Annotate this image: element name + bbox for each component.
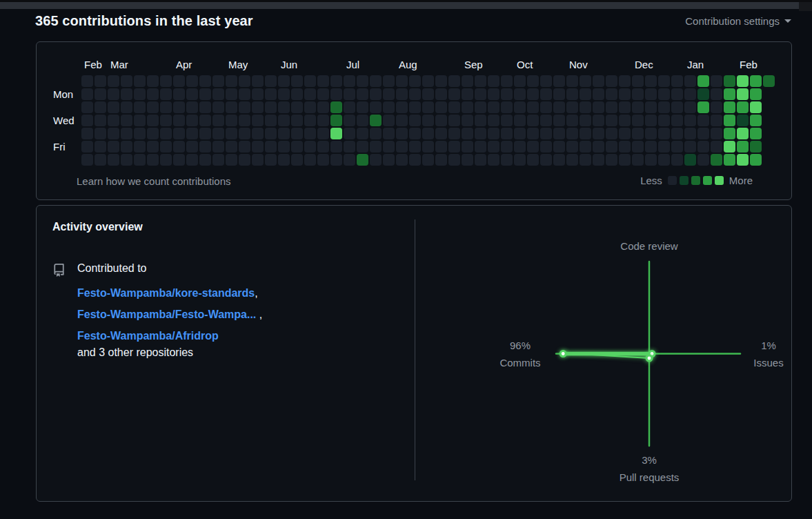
contribution-cell[interactable] xyxy=(697,115,709,126)
contribution-cell[interactable] xyxy=(396,128,408,139)
contribution-cell[interactable] xyxy=(658,75,670,87)
contribution-cell[interactable] xyxy=(199,141,211,153)
contribution-cell[interactable] xyxy=(632,115,644,126)
contribution-cell[interactable] xyxy=(160,154,172,166)
contribution-cell[interactable] xyxy=(357,88,368,100)
contribution-cell[interactable] xyxy=(173,141,185,153)
contribution-cell[interactable] xyxy=(645,141,657,153)
contribution-cell[interactable] xyxy=(370,115,382,126)
contribution-cell[interactable] xyxy=(501,88,513,100)
contribution-cell[interactable] xyxy=(750,101,762,113)
contribution-cell[interactable] xyxy=(330,141,342,153)
contribution-cell[interactable] xyxy=(711,115,722,126)
contribution-cell[interactable] xyxy=(370,141,382,153)
contribution-cell[interactable] xyxy=(383,154,395,166)
contribution-cell[interactable] xyxy=(344,88,355,100)
contribution-cell[interactable] xyxy=(724,88,735,100)
contribution-cell[interactable] xyxy=(252,88,264,100)
contribution-cell[interactable] xyxy=(239,88,250,100)
contribution-cell[interactable] xyxy=(501,128,513,139)
contribution-cell[interactable] xyxy=(580,101,591,113)
learn-contributions-link[interactable]: Learn how we count contributions xyxy=(77,175,230,187)
contribution-cell[interactable] xyxy=(186,141,198,153)
contribution-cell[interactable] xyxy=(278,128,290,139)
contribution-cell[interactable] xyxy=(488,75,499,87)
contribution-cell[interactable] xyxy=(304,128,316,139)
contribution-cell[interactable] xyxy=(212,88,224,100)
contribution-cell[interactable] xyxy=(330,101,342,113)
contribution-cell[interactable] xyxy=(435,128,447,139)
contribution-cell[interactable] xyxy=(619,141,631,153)
contribution-cell[interactable] xyxy=(711,101,722,113)
contribution-cell[interactable] xyxy=(632,154,644,166)
contribution-cell[interactable] xyxy=(357,115,368,126)
contribution-cell[interactable] xyxy=(108,154,119,166)
contribution-cell[interactable] xyxy=(265,154,277,166)
contribution-cell[interactable] xyxy=(593,75,604,87)
contribution-cell[interactable] xyxy=(435,101,447,113)
contribution-cell[interactable] xyxy=(291,75,303,87)
contribution-cell[interactable] xyxy=(619,115,631,126)
contribution-cell[interactable] xyxy=(317,88,329,100)
contribution-cell[interactable] xyxy=(462,101,473,113)
contribution-cell[interactable] xyxy=(226,141,237,153)
contribution-cell[interactable] xyxy=(226,88,237,100)
contribution-cell[interactable] xyxy=(108,101,119,113)
contribution-cell[interactable] xyxy=(173,101,185,113)
contribution-cell[interactable] xyxy=(724,128,735,139)
contribution-cell[interactable] xyxy=(448,88,460,100)
contribution-cell[interactable] xyxy=(501,101,513,113)
contribution-cell[interactable] xyxy=(475,115,486,126)
contribution-cell[interactable] xyxy=(226,101,237,113)
contribution-cell[interactable] xyxy=(304,154,316,166)
contribution-cell[interactable] xyxy=(212,75,224,87)
contribution-cell[interactable] xyxy=(278,154,290,166)
contribution-cell[interactable] xyxy=(553,128,565,139)
contribution-cell[interactable] xyxy=(527,115,539,126)
contribution-cell[interactable] xyxy=(658,115,670,126)
contribution-cell[interactable] xyxy=(239,128,250,139)
contribution-cell[interactable] xyxy=(435,88,447,100)
contribution-cell[interactable] xyxy=(409,75,421,87)
contribution-cell[interactable] xyxy=(462,115,473,126)
contribution-cell[interactable] xyxy=(344,101,355,113)
contribution-cell[interactable] xyxy=(121,88,132,100)
contribution-cell[interactable] xyxy=(95,115,106,126)
contribution-cell[interactable] xyxy=(763,75,775,87)
contribution-cell[interactable] xyxy=(475,101,486,113)
contribution-cell[interactable] xyxy=(108,115,119,126)
contribution-cell[interactable] xyxy=(580,154,591,166)
contribution-cell[interactable] xyxy=(81,75,93,87)
contribution-cell[interactable] xyxy=(593,101,604,113)
contribution-cell[interactable] xyxy=(291,101,303,113)
contribution-cell[interactable] xyxy=(527,75,539,87)
contribution-cell[interactable] xyxy=(422,154,434,166)
contribution-cell[interactable] xyxy=(134,115,146,126)
contribution-cell[interactable] xyxy=(134,75,146,87)
contribution-cell[interactable] xyxy=(370,75,382,87)
contribution-cell[interactable] xyxy=(488,128,499,139)
contribution-cell[interactable] xyxy=(422,88,434,100)
contribution-cell[interactable] xyxy=(645,75,657,87)
contribution-cell[interactable] xyxy=(566,128,578,139)
contribution-cell[interactable] xyxy=(697,88,709,100)
contribution-cell[interactable] xyxy=(645,115,657,126)
contribution-cell[interactable] xyxy=(658,154,670,166)
contribution-cell[interactable] xyxy=(409,115,421,126)
contribution-cell[interactable] xyxy=(750,141,762,153)
contribution-cell[interactable] xyxy=(737,75,749,87)
contribution-cell[interactable] xyxy=(606,75,617,87)
contribution-cell[interactable] xyxy=(95,101,106,113)
contribution-cell[interactable] xyxy=(645,154,657,166)
contribution-cell[interactable] xyxy=(265,88,277,100)
contribution-cell[interactable] xyxy=(330,75,342,87)
contribution-cell[interactable] xyxy=(540,88,552,100)
contribution-cell[interactable] xyxy=(134,88,146,100)
contribution-cell[interactable] xyxy=(396,88,408,100)
contribution-cell[interactable] xyxy=(409,154,421,166)
contribution-cell[interactable] xyxy=(396,141,408,153)
contribution-cell[interactable] xyxy=(697,128,709,139)
contribution-cell[interactable] xyxy=(488,101,499,113)
contribution-cell[interactable] xyxy=(671,101,683,113)
contribution-cell[interactable] xyxy=(134,141,146,153)
